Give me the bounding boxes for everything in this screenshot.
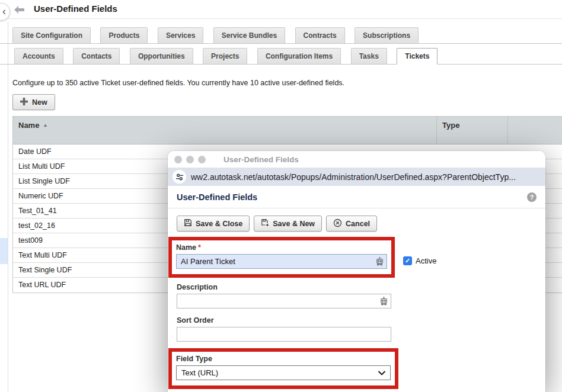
window-zoom-button[interactable] <box>198 156 206 163</box>
plus-icon <box>20 98 28 107</box>
page-title: User-Defined Fields <box>34 4 117 14</box>
cancel-icon <box>333 219 342 229</box>
name-field-highlight: Name* <box>168 237 395 278</box>
tab-configuration-items[interactable]: Configuration Items <box>257 48 341 65</box>
address-bar[interactable]: ww2.autotask.net/autotask/Popups/Adminis… <box>168 168 545 186</box>
tab-row-udf-types: Accounts Contacts Opportunities Projects… <box>0 48 562 65</box>
site-settings-icon[interactable] <box>173 170 186 184</box>
sort-order-field-group: Sort Order <box>177 316 537 342</box>
chevron-left-icon: ‹ <box>2 5 6 17</box>
popup-content: User-Defined Fields ? Save & Close <box>168 186 545 392</box>
save-and-new-button[interactable]: Save & New <box>254 216 322 232</box>
tab-subscriptions[interactable]: Subscriptions <box>355 27 419 44</box>
tab-contacts[interactable]: Contacts <box>73 48 120 65</box>
save-icon <box>184 219 192 229</box>
chevron-down-icon <box>378 368 385 377</box>
tab-accounts[interactable]: Accounts <box>14 48 63 65</box>
header-divider <box>8 18 562 19</box>
tab-services[interactable]: Services <box>158 27 203 44</box>
dialog-divider <box>168 208 545 208</box>
cancel-label: Cancel <box>346 220 370 228</box>
ai-assistant-extension-icon[interactable] <box>375 256 385 269</box>
column-header-type[interactable]: Type <box>436 117 507 144</box>
tab-contracts[interactable]: Contracts <box>295 27 345 44</box>
table-header-row: Name▲ Type <box>13 117 562 144</box>
field-type-label: Field Type <box>176 355 391 363</box>
description-input[interactable] <box>177 294 391 309</box>
back-arrow-icon[interactable] <box>14 5 24 16</box>
description-field-group: Description <box>177 283 537 309</box>
field-type-select[interactable]: Text (URL) <box>176 365 391 380</box>
column-header-name[interactable]: Name▲ <box>13 117 436 144</box>
popup-titlebar: User-Defined Fields <box>168 151 545 168</box>
tab-tickets[interactable]: Tickets <box>397 48 438 65</box>
sort-ascending-icon: ▲ <box>43 123 47 128</box>
ai-assistant-extension-icon[interactable] <box>379 296 389 309</box>
field-type-selected-value: Text (URL) <box>181 368 218 377</box>
tab-service-bundles[interactable]: Service Bundles <box>213 27 285 44</box>
left-rail-divider <box>8 21 8 392</box>
new-button-label: New <box>32 98 47 107</box>
popup-window-title: User-Defined Fields <box>223 155 299 164</box>
description-field-label: Description <box>177 283 537 291</box>
new-button[interactable]: New <box>12 94 55 110</box>
column-header-name-label: Name <box>18 121 39 130</box>
name-field-label: Name* <box>176 243 387 252</box>
back-chevron-button[interactable]: ‹ <box>0 3 10 21</box>
window-close-button[interactable] <box>174 156 182 163</box>
tab-opportunities[interactable]: Opportunities <box>130 48 193 65</box>
tab-site-configuration[interactable]: Site Configuration <box>12 27 91 44</box>
cancel-button[interactable]: Cancel <box>326 216 377 232</box>
field-type-highlight: Field Type Text (URL) <box>168 348 398 389</box>
page-header: ‹ User-Defined Fields <box>0 0 562 18</box>
required-asterisk: * <box>198 243 201 252</box>
tab-tasks[interactable]: Tasks <box>351 48 387 65</box>
udf-limit-info: Configure up to 350 active Ticket user-d… <box>12 79 344 87</box>
dialog-toolbar: Save & Close Save & New Cancel <box>177 216 537 232</box>
active-checkbox[interactable]: ✓ <box>403 256 412 265</box>
tab-products[interactable]: Products <box>100 27 148 44</box>
address-bar-url: ww2.autotask.net/autotask/Popups/Adminis… <box>191 172 516 182</box>
save-new-icon <box>261 219 269 229</box>
sort-order-input[interactable] <box>177 327 391 342</box>
name-input[interactable] <box>176 254 387 269</box>
save-and-close-button[interactable]: Save & Close <box>177 216 250 232</box>
save-and-new-label: Save & New <box>273 220 315 228</box>
help-icon[interactable]: ? <box>527 192 537 202</box>
active-checkbox-label: Active <box>416 256 436 265</box>
udf-popup-window: User-Defined Fields ww2.autotask.net/aut… <box>168 151 545 392</box>
tab-row-entities: Site Configuration Products Services Ser… <box>0 27 562 44</box>
window-minimize-button[interactable] <box>186 156 194 163</box>
save-and-close-label: Save & Close <box>196 220 242 228</box>
column-header-extra[interactable] <box>507 117 562 144</box>
tab-projects[interactable]: Projects <box>203 48 247 65</box>
dialog-heading: User-Defined Fields <box>177 192 257 202</box>
row-hover-indicator <box>0 238 8 264</box>
sort-order-field-label: Sort Order <box>177 316 537 324</box>
